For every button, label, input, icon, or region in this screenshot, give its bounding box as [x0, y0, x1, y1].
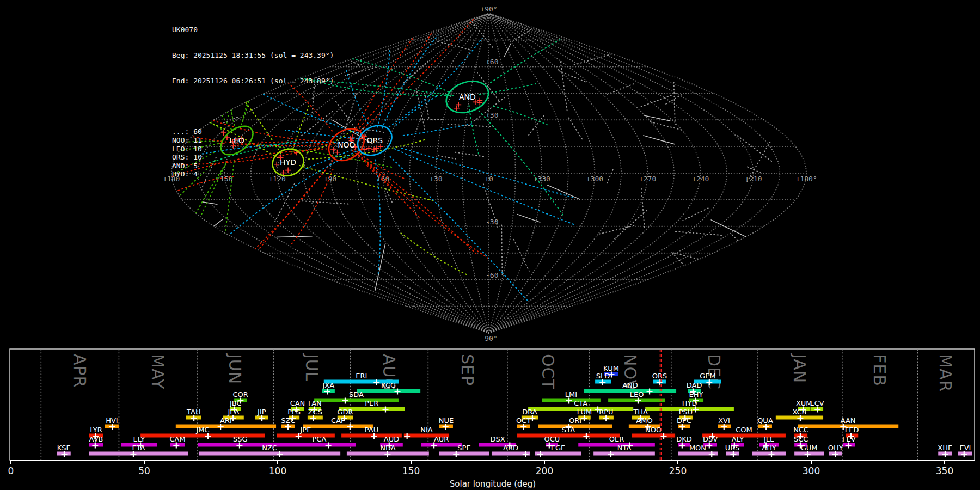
shower-code-label: AHY [762, 444, 776, 452]
shower-code-label: SCC [794, 435, 808, 443]
month-label: JUL [302, 353, 321, 382]
shower-code-label: ARI [220, 416, 232, 425]
sporadic-meteor-trail [345, 67, 377, 75]
month-label: JUN [225, 353, 244, 384]
shower-code-label: EHY [689, 390, 703, 399]
sporadic-meteor-trail [664, 95, 682, 105]
shower-row-violet: KSEETANZCNDASPEARDEGENTAMONURSAHYGUMOHYX… [57, 444, 972, 457]
shower-code-label: HVI [106, 416, 118, 425]
shower-meteor-trail [395, 149, 577, 225]
shower-code-label: ETA [132, 444, 145, 452]
north-pole-label: +90° [480, 5, 497, 13]
sporadic-meteor-trail [420, 119, 442, 120]
shower-meteor-trail [252, 264, 278, 297]
radiant-code-label: AND [459, 93, 476, 101]
shower-code-label: OCT [516, 416, 531, 425]
shower-code-label: SSG [233, 435, 248, 443]
sporadic-meteor-trail [644, 136, 675, 144]
shower-code-label: TAH [186, 408, 201, 416]
axis-title: Solar longitude (deg) [450, 479, 536, 489]
shower-code-label: PER [365, 399, 378, 407]
shower-code-label: THA [633, 408, 648, 416]
latitude-label: -60 [486, 271, 498, 279]
shower-code-label: KCG [381, 381, 396, 389]
sporadic-meteor-trail [574, 51, 622, 65]
shower-code-label: PPS [287, 408, 301, 416]
shower-code-label: DPC [677, 416, 691, 425]
equator-longitude-label: +0 [485, 175, 493, 183]
sporadic-meteor-trail [641, 187, 645, 228]
shower-code-label: ELY [133, 435, 145, 443]
latitude-label: +60 [486, 58, 498, 66]
axis-tick-label: 100 [269, 465, 286, 476]
shower-code-label: OHY [828, 444, 843, 452]
equator-longitude-label: +30 [430, 175, 442, 183]
sporadic-meteor-trail [732, 235, 743, 245]
month-label: MAR [936, 354, 955, 392]
shower-meteor-trail [0, 327, 50, 348]
sporadic-meteor-trail [448, 125, 495, 127]
shower-code-label: GUM [801, 444, 818, 452]
shower-code-label: EGE [551, 444, 566, 452]
sporadic-meteor-trail [275, 183, 295, 222]
shower-meteor-trail [220, 310, 241, 344]
shower-meteor-trail [102, 271, 158, 308]
month-label: FEB [870, 354, 889, 387]
equator-longitude-label: +240 [692, 175, 709, 183]
shower-code-label: COR [232, 390, 248, 399]
sporadic-meteor-trail [641, 95, 671, 107]
shower-code-label: DSV [703, 435, 718, 443]
shower-code-label: ECV [810, 399, 824, 407]
shower-code-label: DSX [490, 435, 505, 443]
shower-code-label: NOO [645, 426, 661, 434]
shower-code-label: SLD [596, 372, 610, 380]
shower-code-label: JIP [257, 408, 266, 416]
shower-code-label: MON [689, 444, 706, 452]
shower-code-label: JXA [322, 381, 335, 389]
shower-code-label: JLE [763, 435, 774, 443]
month-label: MAY [148, 354, 167, 389]
shower-code-label: CAN [290, 399, 305, 407]
axis-tick-label: 250 [669, 465, 687, 476]
month-label: SEP [458, 354, 477, 386]
shower-code-label: ORI [569, 416, 581, 425]
station-id: UK0070 [172, 26, 338, 34]
sporadic-meteor-trail [210, 219, 223, 230]
shower-activity-timeline: APRMAYJUNJULAUGSEPOCTNOVDECJANFEBMARKUME… [0, 348, 980, 490]
shower-code-label: NUE [439, 416, 454, 425]
shower-code-label: LMI [565, 390, 577, 399]
shower-code-label: SDA [349, 390, 364, 399]
sporadic-meteor-trail [438, 156, 456, 159]
shower-code-label: STA [562, 426, 575, 434]
equator-longitude-label: +180° [796, 175, 817, 183]
axis-tick-label: 200 [536, 465, 553, 476]
shower-code-label: NTA [617, 444, 632, 452]
shower-code-label: JEA [227, 408, 239, 416]
shower-meteor-trail [133, 163, 226, 348]
sporadic-meteor-trail [676, 231, 723, 235]
shower-code-label: AUR [434, 435, 449, 443]
south-pole-label: -90° [480, 334, 497, 342]
radiant-code-label: NOO [338, 140, 356, 149]
axis-tick-label: 350 [936, 465, 953, 476]
shower-meteor-trail [401, 233, 469, 275]
shower-code-label: PSU [679, 408, 693, 416]
shower-meteor-trail [346, 68, 368, 123]
latitude-label: +30 [486, 111, 498, 119]
shower-code-label: JBC [229, 399, 242, 407]
shower-code-label: QUA [757, 416, 773, 425]
shower-meteor-trail [353, 151, 393, 189]
equator-longitude-label: +270 [639, 175, 656, 183]
radiant-code-label: ORS [367, 136, 383, 145]
shower-code-label: GEM [700, 372, 716, 380]
shower-code-label: ORS [652, 372, 667, 380]
sporadic-meteor-trail [607, 168, 614, 183]
observation-info-panel: UK0070 Beg: 20251125 18:31:55 (sol = 243… [172, 9, 338, 187]
shower-code-label: EVI [959, 444, 971, 452]
shower-code-label: GDR [337, 408, 353, 416]
shower-code-label: SPE [457, 444, 470, 452]
shower-code-label: AMO [636, 416, 652, 425]
sporadic-meteor-trail [275, 236, 312, 237]
shower-code-label: RPU [599, 408, 613, 416]
month-label: OCT [538, 354, 558, 390]
